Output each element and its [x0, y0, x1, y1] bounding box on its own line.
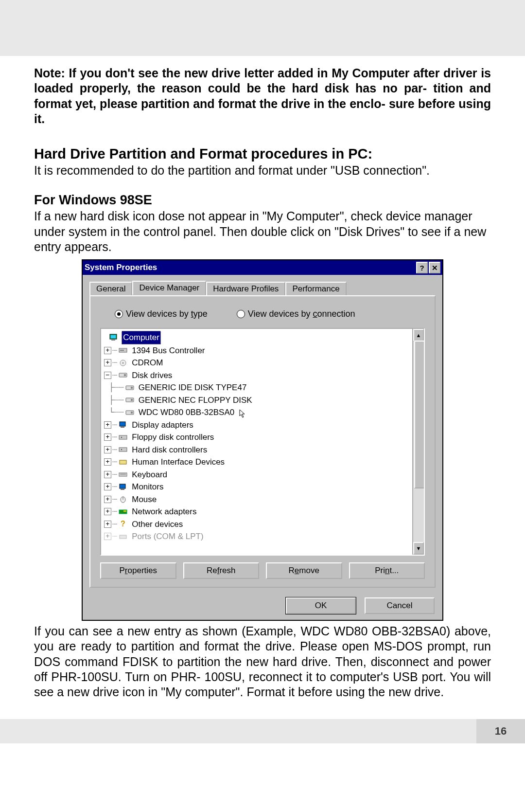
expand-icon[interactable]: + — [104, 508, 111, 515]
scroll-thumb[interactable] — [414, 341, 425, 488]
tree-node-disk-drives[interactable]: −┈ Disk drives — [103, 369, 411, 382]
tree-node-other[interactable]: +┈ ? Other devices — [103, 518, 411, 531]
tree-label-display: Display adapters — [131, 419, 194, 432]
tree-node-disk1[interactable]: ├┈┈ GENERIC IDE DISK TYPE47 — [103, 381, 411, 394]
tab-performance[interactable]: Performance — [285, 282, 346, 296]
expand-icon[interactable]: + — [104, 433, 111, 441]
svg-rect-18 — [119, 435, 127, 439]
svg-point-4 — [121, 350, 122, 351]
tree-node-hdctl[interactable]: +┈ Hard disk controllers — [103, 444, 411, 456]
close-button[interactable]: ✕ — [429, 262, 440, 273]
expand-icon[interactable]: + — [104, 347, 111, 354]
svg-rect-22 — [120, 460, 126, 464]
svg-point-21 — [121, 449, 122, 450]
tab-device-manager[interactable]: Device Manager — [132, 281, 206, 295]
svg-rect-17 — [121, 427, 124, 428]
tree-node-floppyctl[interactable]: +┈ Floppy disk controllers — [103, 431, 411, 444]
radio-dot-icon — [237, 310, 245, 318]
radio-label-by-connection: View devices by connection — [248, 309, 355, 319]
hid-icon — [118, 458, 129, 467]
svg-rect-16 — [120, 422, 125, 426]
expand-icon[interactable]: + — [104, 446, 111, 453]
tree-node-mouse[interactable]: +┈ Mouse — [103, 493, 411, 506]
tree-node-1394[interactable]: +┈ 1394 Bus Controller — [103, 344, 411, 357]
heading-win98se: For Windows 98SE — [34, 193, 491, 208]
expand-icon[interactable]: + — [104, 471, 111, 478]
svg-rect-15 — [131, 412, 133, 414]
disk-drive-icon — [118, 371, 129, 379]
expand-icon[interactable]: + — [104, 533, 111, 540]
tree-label-computer: Computer — [122, 331, 161, 344]
expand-icon[interactable]: + — [104, 421, 111, 429]
device-tree-box: ▲ ▼ Computer — [100, 328, 425, 556]
expand-icon[interactable]: + — [104, 359, 111, 366]
controller-icon — [118, 346, 129, 355]
tree-label-other: Other devices — [131, 518, 184, 531]
cancel-button[interactable]: Cancel — [365, 597, 435, 614]
page-number: 16 — [476, 719, 525, 743]
tree-node-disk2[interactable]: ├┈┈ GENERIC NEC FLOPPY DISK — [103, 394, 411, 407]
tab-strip: General Device Manager Hardware Profiles… — [89, 281, 436, 295]
tree-label-hid: Human Interface Devices — [131, 456, 226, 469]
port-icon — [118, 532, 129, 541]
tree-node-hid[interactable]: +┈ Human Interface Devices — [103, 456, 411, 469]
print-button[interactable]: Print... — [349, 562, 425, 579]
controller-icon — [118, 445, 129, 454]
radio-view-by-connection[interactable]: View devices by connection — [237, 309, 355, 319]
svg-rect-26 — [120, 484, 125, 488]
paragraph-win98se-instructions: If a new hard disk icon dose not appear … — [34, 209, 491, 254]
collapse-icon[interactable]: − — [104, 372, 111, 379]
scrollbar-vertical[interactable]: ▲ ▼ — [412, 329, 424, 555]
tree-label-disk-drives: Disk drives — [131, 369, 173, 382]
svg-rect-9 — [124, 374, 126, 376]
note-paragraph: Note: If you don't see the new drive let… — [34, 66, 491, 126]
svg-rect-13 — [131, 399, 133, 401]
tree-node-monitors[interactable]: +┈ Monitors — [103, 481, 411, 493]
paragraph-recommend-usb: It is recommended to do the partition an… — [34, 163, 491, 178]
tree-node-ports[interactable]: +┈ Ports (COM & LPT) — [103, 530, 411, 543]
cdrom-icon — [118, 359, 129, 367]
tree-label-disk2: GENERIC NEC FLOPPY DISK — [138, 394, 253, 407]
radio-view-by-type[interactable]: View devices by type — [115, 309, 208, 319]
tree-node-cdrom[interactable]: +┈ CDROM — [103, 357, 411, 369]
tree-node-display[interactable]: +┈ Display adapters — [103, 419, 411, 432]
tree-node-keyboard[interactable]: +┈ Keyboard — [103, 469, 411, 481]
ok-button[interactable]: OK — [286, 597, 356, 614]
expand-icon[interactable]: + — [104, 521, 111, 528]
disk-drive-icon — [125, 383, 136, 392]
svg-rect-31 — [123, 510, 126, 512]
tree-node-netadapters[interactable]: +┈ Network adapters — [103, 505, 411, 518]
svg-point-5 — [122, 350, 124, 351]
svg-rect-20 — [119, 448, 127, 451]
tree-label-netadapters: Network adapters — [131, 505, 197, 518]
question-icon: ? — [118, 520, 129, 528]
page-footer-band — [0, 719, 476, 743]
tree-node-disk3[interactable]: └┈┈ WDC WD80 0BB-32BSA0 — [103, 406, 411, 419]
radio-label-by-type: View devices by type — [126, 309, 208, 319]
tab-hardware-profiles[interactable]: Hardware Profiles — [206, 282, 285, 296]
remove-button[interactable]: Remove — [266, 562, 342, 579]
scroll-down-button[interactable]: ▼ — [413, 542, 424, 555]
help-button[interactable]: ? — [416, 262, 428, 273]
keyboard-icon — [118, 470, 129, 479]
disk-drive-icon — [125, 396, 136, 404]
network-adapter-icon — [118, 507, 129, 516]
tab-general[interactable]: General — [89, 282, 132, 296]
device-tree[interactable]: Computer +┈ 1394 Bus Controller +┈ — [103, 331, 424, 543]
computer-icon — [109, 333, 120, 342]
expand-icon[interactable]: + — [104, 458, 111, 466]
properties-button[interactable]: Properties — [100, 562, 176, 579]
controller-icon — [118, 433, 129, 442]
svg-rect-1 — [111, 335, 116, 338]
tree-label-ports: Ports (COM & LPT) — [131, 530, 204, 543]
tree-node-computer[interactable]: Computer — [103, 331, 411, 344]
expand-icon[interactable]: + — [104, 496, 111, 503]
tree-label-cdrom: CDROM — [131, 357, 164, 369]
scroll-up-button[interactable]: ▲ — [413, 329, 424, 342]
svg-rect-11 — [131, 387, 133, 389]
window-titlebar[interactable]: System Properties ? ✕ — [83, 260, 442, 275]
refresh-button[interactable]: Refresh — [183, 562, 260, 579]
tree-label-hdctl: Hard disk controllers — [131, 444, 208, 456]
heading-partition-format: Hard Drive Partition and Format procedur… — [34, 146, 491, 162]
expand-icon[interactable]: + — [104, 483, 111, 490]
